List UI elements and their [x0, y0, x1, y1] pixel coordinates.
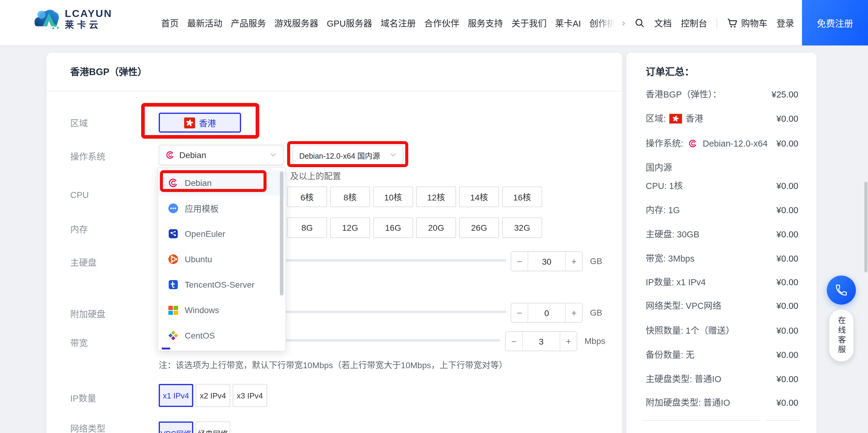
memory-option[interactable]: 32G [502, 217, 542, 238]
windows-logo-icon [168, 305, 179, 315]
summary-price: ¥0.00 [776, 373, 798, 385]
ubuntu-logo-icon [168, 254, 179, 265]
dropdown-item-windows[interactable]: Windows [158, 297, 285, 323]
cpu-option[interactable]: 12核 [416, 187, 456, 207]
summary-row-bandwidth: 带宽: 3Mbps ¥0.00 [646, 252, 798, 265]
memory-option[interactable]: 12G [330, 217, 370, 238]
bandwidth-label: 带宽 [70, 336, 88, 349]
disk-label: 主硬盘 [70, 255, 97, 268]
cart-link[interactable]: 购物车 [726, 17, 768, 29]
nav-item-domain[interactable]: 域名注册 [381, 17, 416, 29]
app-template-icon [168, 203, 179, 214]
tencentos-logo-icon [168, 279, 179, 290]
dropdown-item-tencentos[interactable]: TencentOS-Server [158, 272, 285, 297]
bandwidth-note: 注：该选项为上行带宽，默认下行带宽10Mbps（若上行带宽大于10Mbps，上下… [159, 359, 507, 371]
centos-logo-icon [168, 330, 179, 341]
memory-option[interactable]: 16G [373, 217, 413, 238]
cpu-option[interactable]: 6核 [287, 187, 327, 207]
dropdown-item-app-template[interactable]: 应用模板 [158, 195, 285, 221]
region-label: 区域 [70, 116, 88, 129]
extra-disk-value-input[interactable]: 0 [528, 303, 565, 322]
logo[interactable]: LCAYUN 莱卡云 [33, 7, 112, 30]
extra-disk-plus-button[interactable]: + [565, 303, 582, 322]
extra-disk-label: 附加硬盘 [70, 307, 105, 320]
network-option-vpc[interactable]: VPC网络 [159, 422, 193, 433]
cpu-option[interactable]: 10核 [373, 187, 413, 207]
nav-item-partners[interactable]: 合作伙伴 [424, 17, 460, 29]
nav-item-creator[interactable]: 创作挑 [589, 17, 616, 29]
summary-divider [643, 420, 760, 421]
summary-row-snapshot: 快照数量: 1个（赠送） ¥0.00 [646, 324, 798, 337]
nav-item-activities[interactable]: 最新活动 [187, 17, 222, 29]
disk-minus-button[interactable]: − [511, 252, 528, 271]
order-summary-title: 订单汇总： [646, 64, 694, 78]
login-link[interactable]: 登录 [777, 17, 794, 29]
dropdown-item-debian[interactable]: Debian [158, 170, 285, 195]
dropdown-item-ubuntu[interactable]: Ubuntu [158, 246, 285, 272]
bandwidth-value-input[interactable]: 3 [523, 332, 560, 351]
disk-value-input[interactable]: 30 [528, 252, 565, 271]
ip-option-x1[interactable]: x1 IPv4 [159, 384, 193, 407]
summary-price: ¥0.00 [776, 397, 798, 409]
nav-item-support[interactable]: 服务支持 [468, 17, 503, 29]
extra-disk-stepper: − 0 + [510, 303, 583, 323]
memory-label: 内存 [70, 222, 88, 235]
summary-row-backup: 备份数量: 无 ¥0.00 [646, 349, 798, 361]
page-scrollbar[interactable] [864, 182, 867, 273]
dropdown-scrollbar[interactable] [280, 172, 283, 296]
os-dropdown-menu: Debian 应用模板 OpenEuler [157, 167, 286, 351]
debian-logo-icon [688, 139, 698, 148]
register-button[interactable]: 免费注册 [802, 0, 868, 45]
cpu-option[interactable]: 8核 [330, 187, 370, 207]
nav-more-chevron-icon[interactable]: › [622, 18, 625, 28]
nav-console-link[interactable]: 控制台 [681, 17, 707, 29]
summary-price: ¥0.00 [776, 324, 798, 337]
os-family-select[interactable]: Debian [159, 145, 283, 165]
cpu-option[interactable]: 14核 [459, 187, 499, 207]
online-service-button[interactable]: 在线客服 [829, 309, 854, 362]
ip-option-x3[interactable]: x3 IPv4 [232, 384, 267, 407]
summary-price: ¥0.00 [776, 276, 798, 288]
memory-option[interactable]: 8G [287, 217, 327, 238]
disk-unit: GB [590, 256, 602, 266]
ip-count-label: IP数量 [70, 391, 96, 404]
disk-plus-button[interactable]: + [565, 252, 582, 271]
nav-item-gpu-server[interactable]: GPU服务器 [327, 17, 372, 29]
dropdown-partial-item [162, 348, 170, 349]
os-image-select[interactable]: Debian-12.0-x64 国内源 [292, 145, 403, 165]
debian-logo-icon [168, 178, 179, 188]
bandwidth-plus-button[interactable]: + [560, 332, 577, 351]
summary-row-extra-disk-type: 附加硬盘类型: 普通IO ¥0.00 [646, 397, 798, 409]
bandwidth-minus-button[interactable]: − [506, 332, 523, 351]
nav-actions: 文档 控制台 购物车 登录 [634, 0, 794, 45]
cpu-label: CPU [70, 190, 89, 200]
openeuler-logo-icon [168, 228, 179, 239]
os-image-value: Debian-12.0-x64 国内源 [299, 149, 380, 161]
chevron-down-icon [270, 151, 277, 159]
nav-item-products[interactable]: 产品服务 [231, 17, 266, 29]
config-panel: 香港BGP（弹性） 区域 香港 操作系统 [46, 53, 622, 433]
nav-item-about[interactable]: 关于我们 [512, 17, 547, 29]
search-icon[interactable] [634, 17, 645, 28]
phone-icon [835, 283, 848, 297]
logo-latin: LCAYUN [65, 8, 112, 19]
ip-option-x2[interactable]: x2 IPv4 [196, 384, 230, 407]
dropdown-item-centos[interactable]: CentOS [158, 323, 285, 348]
dropdown-item-openeuler[interactable]: OpenEuler [158, 221, 285, 246]
memory-option[interactable]: 20G [416, 217, 456, 238]
cpu-option[interactable]: 16核 [502, 187, 542, 207]
hk-flag-icon [669, 114, 682, 124]
nav-item-home[interactable]: 首页 [161, 17, 179, 29]
nav-docs-link[interactable]: 文档 [654, 17, 672, 29]
customer-service-phone-button[interactable] [827, 276, 856, 305]
nav-item-ai[interactable]: 莱卡AI [555, 17, 581, 29]
order-summary-panel: 订单汇总： 香港BGP（弹性）： ¥25.00 区域: 香港 [626, 53, 816, 433]
extra-disk-minus-button[interactable]: − [511, 303, 528, 322]
nav-item-game-server[interactable]: 游戏服务器 [274, 17, 318, 29]
disk-stepper: − 30 + [510, 251, 583, 271]
os-family-value: Debian [179, 150, 206, 160]
logo-cjk: 莱卡云 [65, 19, 112, 29]
memory-option[interactable]: 26G [459, 217, 499, 238]
network-option-classic[interactable]: 经典网络 [196, 422, 230, 433]
region-option-hongkong[interactable]: 香港 [159, 113, 241, 133]
